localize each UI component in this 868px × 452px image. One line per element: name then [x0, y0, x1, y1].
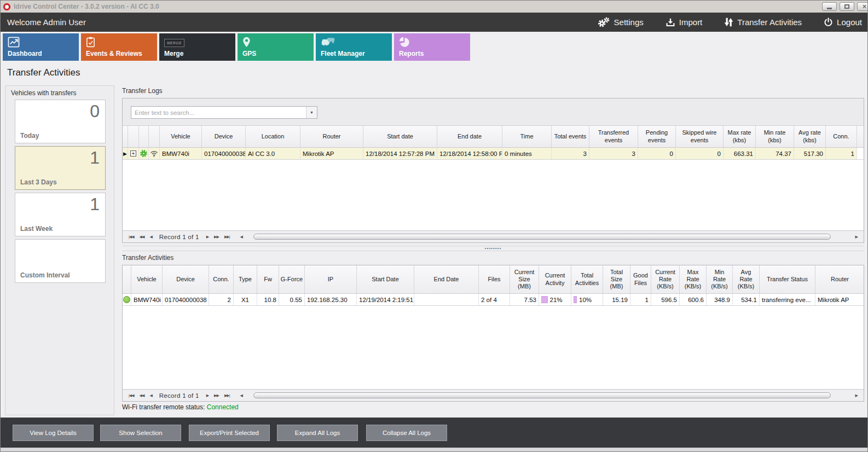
maximize-icon[interactable]: [840, 2, 854, 11]
column-header[interactable]: Location: [246, 126, 300, 147]
column-header[interactable]: G-Force: [279, 265, 305, 293]
scroll-right-icon[interactable]: ▶: [855, 393, 858, 398]
column-header[interactable]: Vehicle: [160, 126, 202, 147]
prev-page-button[interactable]: ◀◀: [140, 235, 144, 239]
scroll-right-icon[interactable]: ▶: [855, 235, 858, 239]
column-header[interactable]: End Date: [414, 265, 479, 293]
column-header[interactable]: Router: [300, 126, 363, 147]
column-header[interactable]: Transfer Status: [760, 265, 815, 293]
column-header[interactable]: Total Activities: [571, 265, 603, 293]
table-cell: 21%: [539, 294, 571, 305]
column-header[interactable]: Total Size (MB): [603, 265, 630, 293]
first-record-button[interactable]: |◀◀: [129, 393, 134, 398]
tab-fleet-manager[interactable]: Fleet Manager: [316, 33, 392, 61]
column-header[interactable]: Current Activity: [539, 265, 571, 293]
app-icon: [3, 3, 10, 10]
transfer-logs-table: VehicleDeviceLocationRouterStart dateEnd…: [123, 126, 864, 230]
card-custom-interval[interactable]: Custom Interval: [15, 239, 106, 283]
column-header[interactable]: Vehicle: [131, 265, 163, 293]
chevron-down-icon[interactable]: ▼: [306, 107, 317, 118]
collapse-all-logs-button[interactable]: Collapse All Logs: [366, 425, 447, 441]
table-cell: 3: [589, 148, 638, 159]
table-row[interactable]: ▶+BMW740i017040000038Al CC 3.0Mikrotik A…: [123, 148, 864, 160]
column-header[interactable]: Avg rate (kbs): [794, 126, 826, 147]
logout-button[interactable]: Logout: [824, 18, 862, 27]
column-header[interactable]: Transferred events: [589, 126, 638, 147]
column-header[interactable]: Min Rate (KB/s): [707, 265, 733, 293]
progress-label: 21%: [550, 294, 563, 305]
last-record-button[interactable]: ▶▶|: [224, 393, 230, 398]
column-header[interactable]: [128, 126, 139, 147]
column-header[interactable]: [123, 126, 128, 147]
column-header[interactable]: Skipped wire events: [676, 126, 724, 147]
column-header[interactable]: Fw: [257, 265, 279, 293]
import-icon: [666, 18, 675, 27]
settings-button[interactable]: Settings: [597, 17, 644, 28]
next-page-button[interactable]: ▶▶: [214, 235, 219, 239]
prev-record-button[interactable]: ◀: [149, 235, 152, 239]
horizontal-scrollbar[interactable]: [253, 392, 848, 399]
minimize-icon[interactable]: [822, 2, 837, 11]
tab-gps[interactable]: GPS: [238, 33, 314, 61]
card-last-3-days[interactable]: 1 Last 3 Days: [15, 146, 106, 190]
column-header[interactable]: Min rate (kbs): [756, 126, 794, 147]
card-last-week[interactable]: 1 Last Week: [15, 193, 106, 236]
column-header[interactable]: Device: [163, 265, 209, 293]
column-header[interactable]: Avg Rate (KB/s): [733, 265, 760, 293]
record-counter: Record 1 of 1: [159, 234, 199, 240]
column-header[interactable]: Time: [502, 126, 552, 147]
prev-record-button[interactable]: ◀: [149, 393, 152, 398]
tab-reports[interactable]: Reports: [394, 33, 470, 61]
column-header[interactable]: Current Rate (KB/s): [651, 265, 680, 293]
show-selection-button[interactable]: Show Selection: [100, 425, 181, 441]
first-record-button[interactable]: |◀◀: [129, 235, 134, 239]
column-header[interactable]: Good Files: [630, 265, 651, 293]
scroll-left-icon[interactable]: ◀: [240, 235, 242, 239]
column-header[interactable]: End date: [437, 126, 502, 147]
column-header[interactable]: Start date: [363, 126, 437, 147]
column-header[interactable]: Max rate (kbs): [724, 126, 756, 147]
column-header[interactable]: Total events: [552, 126, 589, 147]
tab-events-reviews[interactable]: Events & Reviews: [81, 33, 157, 61]
card-today[interactable]: 0 Today: [15, 100, 106, 143]
column-header[interactable]: Type: [234, 265, 257, 293]
column-header[interactable]: [123, 265, 131, 293]
view-log-details-button[interactable]: View Log Details: [13, 425, 94, 441]
expand-icon[interactable]: +: [130, 150, 136, 157]
column-header[interactable]: IP: [305, 265, 357, 293]
column-header[interactable]: Current Size (MB): [510, 265, 539, 293]
wifi-status-value: Connected: [207, 403, 239, 411]
next-record-button[interactable]: ▶: [206, 235, 209, 239]
search-input[interactable]: [131, 107, 306, 118]
column-header[interactable]: [149, 126, 160, 147]
column-header[interactable]: Device: [202, 126, 246, 147]
next-page-button[interactable]: ▶▶: [214, 393, 219, 398]
tab-dashboard[interactable]: Dashboard: [3, 33, 79, 61]
export-print-selected-button[interactable]: Export/Print Selected: [189, 425, 270, 441]
column-header[interactable]: Start Date: [357, 265, 414, 293]
tab-merge[interactable]: MERGE Merge: [159, 33, 235, 61]
scrollbar-thumb[interactable]: [253, 392, 831, 398]
progress-bar: [574, 296, 577, 303]
import-button[interactable]: Import: [666, 18, 703, 27]
horizontal-scrollbar[interactable]: [253, 233, 848, 241]
column-header[interactable]: Conn.: [826, 126, 857, 147]
close-icon[interactable]: ×: [857, 2, 868, 11]
table-row[interactable]: BMW740i0170400000382X110.80.55192.168.25…: [123, 294, 864, 306]
prev-page-button[interactable]: ◀◀: [140, 393, 144, 398]
expand-all-logs-button[interactable]: Expand All Logs: [277, 425, 358, 441]
next-record-button[interactable]: ▶: [206, 393, 209, 398]
column-header[interactable]: Max Rate (KB/s): [680, 265, 707, 293]
scrollbar-thumb[interactable]: [253, 234, 831, 240]
table-cell: 74.37: [756, 148, 794, 159]
panel-splitter[interactable]: ••••••••: [122, 246, 864, 251]
transfer-activities-title: Transfer Activities: [122, 254, 173, 262]
column-header[interactable]: Conn.: [209, 265, 234, 293]
scroll-left-icon[interactable]: ◀: [240, 393, 242, 398]
column-header[interactable]: Files: [479, 265, 510, 293]
transfer-activities-button[interactable]: Transfer Activities: [724, 17, 802, 27]
last-record-button[interactable]: ▶▶|: [224, 235, 230, 239]
column-header[interactable]: Router: [815, 265, 864, 293]
column-header[interactable]: Pending events: [638, 126, 676, 147]
column-header[interactable]: [139, 126, 149, 147]
